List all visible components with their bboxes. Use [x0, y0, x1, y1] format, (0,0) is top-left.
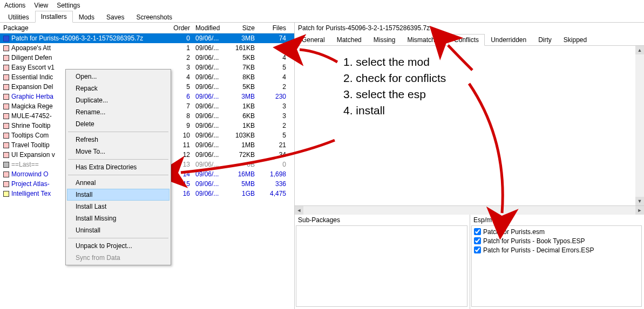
cell-order: 0 [171, 35, 193, 42]
package-checkbox[interactable] [3, 65, 9, 71]
scroll-down-icon[interactable]: ▼ [635, 197, 644, 205]
cell-size: 3MB [226, 35, 258, 42]
espm-label: Patch for Purists - Book Typos.ESP [483, 237, 585, 245]
package-checkbox[interactable] [3, 94, 9, 100]
detail-title: Patch for Purists-45096-3-2-1-1575286395… [295, 23, 644, 33]
cell-size: 8KB [226, 73, 258, 81]
package-checkbox[interactable] [3, 133, 9, 139]
menu-item-open[interactable]: Open... [67, 71, 170, 83]
espm-filter-body[interactable]: Patch for Purists.esmPatch for Purists -… [471, 225, 642, 307]
scrollbar-horizontal[interactable]: ◄ ► [295, 206, 644, 215]
espm-checkbox[interactable] [474, 237, 481, 244]
cell-files: 1,698 [258, 170, 290, 178]
sub-packages-body[interactable] [296, 225, 467, 307]
detail-tab-mismatched[interactable]: Mismatched [401, 34, 448, 46]
table-row[interactable]: Diligent Defen209/06/...5KB4 [0, 53, 294, 63]
detail-tab-skipped[interactable]: Skipped [558, 34, 593, 46]
cell-order: 12 [171, 151, 193, 159]
detail-tab-general[interactable]: General [296, 34, 331, 46]
package-checkbox[interactable] [3, 74, 9, 80]
tab-mods[interactable]: Mods [73, 11, 100, 23]
table-row[interactable]: Patch for Purists-45096-3-2-1-1575286395… [0, 33, 294, 43]
menu-actions[interactable]: Actions [4, 2, 25, 9]
espm-item[interactable]: Patch for Purists.esm [473, 227, 640, 236]
col-header-order[interactable]: Order [171, 24, 193, 32]
scrollbar-vertical[interactable]: ▲ ▼ [635, 46, 644, 205]
cell-order: 7 [171, 102, 193, 110]
tab-saves[interactable]: Saves [100, 11, 130, 23]
detail-tab-missing[interactable]: Missing [368, 34, 402, 46]
menu-item-rename[interactable]: Rename... [67, 106, 170, 118]
cell-size: 1GB [226, 190, 258, 197]
package-checkbox[interactable] [3, 142, 9, 148]
cell-modified: 09/06/... [193, 141, 226, 149]
col-header-size[interactable]: Size [226, 24, 258, 32]
cell-files: 3 [258, 102, 290, 110]
cell-order: 11 [171, 141, 193, 149]
cell-size: 7KB [226, 64, 258, 71]
package-checkbox[interactable] [3, 152, 9, 158]
cell-modified: 09/06/... [193, 93, 226, 100]
package-checkbox[interactable] [3, 104, 9, 109]
menu-item-uninstall[interactable]: Uninstall [67, 224, 170, 236]
package-checkbox[interactable] [3, 191, 9, 197]
package-checkbox[interactable] [3, 84, 9, 90]
cell-files: 2 [258, 83, 290, 91]
cell-modified: 09/06/... [193, 35, 226, 42]
espm-checkbox[interactable] [474, 246, 481, 253]
sub-packages-title: Sub-Packages [295, 215, 470, 225]
cell-order: 9 [171, 122, 193, 129]
detail-tab-dirty[interactable]: Dirty [532, 34, 558, 46]
cell-modified: 09/06/... [193, 64, 226, 71]
cell-modified: 09/06/... [193, 132, 226, 139]
menu-item-install-last[interactable]: Install Last [67, 201, 170, 212]
menu-item-move-to[interactable]: Move To... [67, 146, 170, 157]
package-checkbox[interactable] [3, 171, 9, 177]
cell-order: 6 [171, 93, 193, 100]
cell-order: 3 [171, 64, 193, 71]
menu-settings[interactable]: Settings [57, 2, 80, 9]
cell-size: 1KB [226, 122, 258, 129]
cell-order: 10 [171, 132, 193, 139]
menu-item-has-extra-directories[interactable]: Has Extra Directories [67, 161, 170, 173]
package-checkbox[interactable] [3, 45, 9, 51]
menu-item-delete[interactable]: Delete [67, 118, 170, 130]
package-checkbox[interactable] [3, 123, 9, 129]
scroll-right-icon[interactable]: ► [635, 206, 644, 215]
cell-files: 4 [258, 73, 290, 81]
espm-item[interactable]: Patch for Purists - Decimal Errors.ESP [473, 245, 640, 255]
menu-view[interactable]: View [34, 2, 48, 9]
menu-item-repack[interactable]: Repack [67, 83, 170, 94]
menu-item-unpack-to-project[interactable]: Unpack to Project... [67, 240, 170, 252]
col-header-package[interactable]: Package [0, 24, 171, 32]
tab-installers[interactable]: Installers [35, 11, 73, 23]
detail-tab-matched[interactable]: Matched [331, 34, 368, 46]
detail-tab-conflicts[interactable]: Conflicts [448, 34, 485, 46]
menu-item-anneal[interactable]: Anneal [67, 177, 170, 189]
tab-utilities[interactable]: Utilities [2, 11, 35, 23]
menu-item-refresh[interactable]: Refresh [67, 134, 170, 146]
espm-checkbox[interactable] [474, 228, 481, 235]
cell-order: 13 [171, 161, 193, 168]
package-checkbox[interactable] [3, 36, 9, 42]
package-checkbox[interactable] [3, 181, 9, 187]
menu-separator [68, 159, 168, 160]
col-header-modified[interactable]: Modified [193, 24, 226, 32]
col-header-files[interactable]: Files [258, 24, 290, 32]
menu-item-install[interactable]: Install [67, 189, 170, 201]
package-checkbox[interactable] [3, 55, 9, 61]
scroll-left-icon[interactable]: ◄ [295, 206, 303, 215]
cell-modified: 09/06/... [193, 54, 226, 61]
cell-modified: 09/06/... [193, 112, 226, 120]
cell-size: 5KB [226, 54, 258, 61]
package-checkbox[interactable] [3, 113, 9, 119]
package-checkbox[interactable] [3, 162, 9, 168]
scroll-up-icon[interactable]: ▲ [635, 46, 644, 54]
menu-item-duplicate[interactable]: Duplicate... [67, 94, 170, 106]
menu-item-install-missing[interactable]: Install Missing [67, 212, 170, 224]
espm-filter-title: Esp/m Filter [470, 215, 644, 225]
espm-item[interactable]: Patch for Purists - Book Typos.ESP [473, 236, 640, 245]
detail-tab-underridden[interactable]: Underridden [485, 34, 532, 46]
table-row[interactable]: Apoapse's Att109/06/...161KB3 [0, 43, 294, 53]
tab-screenshots[interactable]: Screenshots [130, 11, 178, 23]
